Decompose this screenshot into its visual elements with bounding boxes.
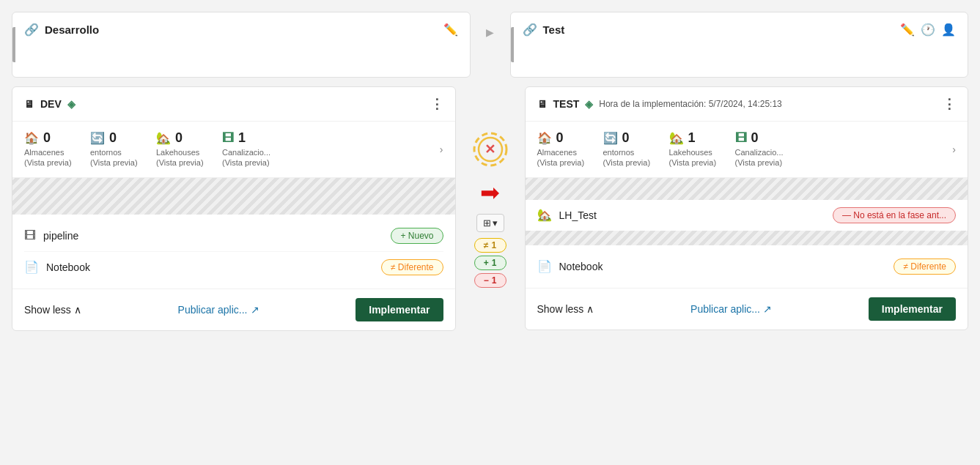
dev-canalizaciones-count: 1 xyxy=(238,130,246,146)
dev-notebook-left: 📄 Notebook xyxy=(24,260,90,274)
almacenes-icon: 🏠 xyxy=(24,131,39,145)
test-publicar-link[interactable]: Publicar aplic... ↗ xyxy=(690,303,772,315)
dev-more-button[interactable]: ⋮ xyxy=(430,96,443,112)
dev-publicar-link[interactable]: Publicar aplic... ↗ xyxy=(178,304,259,316)
monitor-icon-dev: 🖥 xyxy=(24,98,34,110)
test-workspace-card: 🖥 TEST ◈ Hora de la implementación: 5/7/… xyxy=(525,86,969,330)
dev-entornos-count: 0 xyxy=(109,130,117,146)
dev-notebook-name: Notebook xyxy=(46,261,90,273)
test-actions: ✏️ 🕐 👤 xyxy=(900,23,956,37)
test-entornos-count: 0 xyxy=(622,130,630,146)
dev-items-list: 🎞 pipeline + Nuevo 📄 Notebook ≠ Diferent… xyxy=(12,215,455,289)
test-item-notebook: 📄 Notebook ≠ Diferente xyxy=(537,251,957,282)
dev-almacenes-count: 0 xyxy=(43,130,51,146)
dev-lakehouses-count: 0 xyxy=(175,130,183,146)
dev-entornos-label: entornos(Vista previa) xyxy=(90,147,138,168)
lakehouses-icon: 🏡 xyxy=(156,131,171,145)
test-entornos-icon: 🔄 xyxy=(603,131,618,145)
diamond-icon-dev: ◈ xyxy=(67,98,75,110)
test-lakehouses-icon: 🏡 xyxy=(669,131,684,145)
test-entornos-label: entornos(Vista previa) xyxy=(603,147,651,168)
diff-red-arrow-icon: ➡ xyxy=(480,179,500,207)
dev-lakehouses-label: Lakehouses(Vista previa) xyxy=(156,147,204,168)
dev-stat-almacenes: 🏠 0 Almacenes(Vista previa) xyxy=(24,130,90,168)
dev-header: 🖥 DEV ◈ ⋮ xyxy=(12,87,455,122)
diamond-icon-test: ◈ xyxy=(585,98,593,110)
diff-different-count: 1 xyxy=(491,240,496,250)
edit-icon-test[interactable]: ✏️ xyxy=(900,23,915,37)
test-external-link-icon: ↗ xyxy=(763,303,772,315)
link-icon: 🔗 xyxy=(24,23,39,37)
entornos-icon: 🔄 xyxy=(90,131,105,145)
dev-item-pipeline: 🎞 pipeline + Nuevo xyxy=(24,220,443,252)
test-canalizaciones-icon: 🎞 xyxy=(735,132,747,145)
diff-removed-icon: − xyxy=(484,275,489,286)
test-notebook-left: 📄 Notebook xyxy=(537,259,603,273)
pipeline-icon: 🎞 xyxy=(24,229,36,242)
diff-close-icon: ✕ xyxy=(485,141,495,157)
dev-chevron-up-icon: ∧ xyxy=(74,304,81,316)
test-lhtest-left: 🏡 LH_Test xyxy=(537,208,597,222)
dev-publicar-label: Publicar aplic... xyxy=(178,304,248,316)
dev-item-notebook: 📄 Notebook ≠ Diferente xyxy=(24,252,443,283)
diff-added-icon: + xyxy=(484,258,489,268)
dev-stats-row: 🏠 0 Almacenes(Vista previa) 🔄 0 entornos… xyxy=(12,122,455,178)
test-notebook-badge: ≠ Diferente xyxy=(894,258,956,275)
notebook-icon-test: 📄 xyxy=(537,259,552,273)
dev-hatch-area xyxy=(12,178,455,215)
test-stat-almacenes: 🏠 0 Almacenes(Vista previa) xyxy=(537,130,603,168)
history-icon-test[interactable]: 🕐 xyxy=(921,23,935,37)
dev-canalizaciones-label: Canalizacio...(Vista previa) xyxy=(222,147,270,168)
notebook-icon-dev: 📄 xyxy=(24,260,39,274)
lhtest-icon: 🏡 xyxy=(537,208,552,222)
dev-stat-canalizaciones: 🎞 1 Canalizacio...(Vista previa) xyxy=(222,130,288,168)
dev-implementar-button[interactable]: Implementar xyxy=(355,298,443,321)
dev-title-text: DEV xyxy=(40,98,62,110)
test-footer: Show less ∧ Publicar aplic... ↗ Implemen… xyxy=(526,288,968,330)
test-title-text: TEST xyxy=(553,98,580,110)
dev-workspace-card: 🖥 DEV ◈ ⋮ 🏠 0 Almacenes(Vista previa) 🔄 … xyxy=(12,86,456,331)
test-stat-entornos: 🔄 0 entornos(Vista previa) xyxy=(603,130,669,168)
diff-badge-added: + 1 xyxy=(474,256,506,270)
diff-different-icon: ≠ xyxy=(484,240,489,250)
test-label: Test xyxy=(543,23,565,36)
dev-show-less-label: Show less xyxy=(24,304,71,316)
dev-show-less-button[interactable]: Show less ∧ xyxy=(24,304,81,316)
diff-badge-removed: − 1 xyxy=(474,273,506,288)
test-lhtest-badge: — No está en la fase ant... xyxy=(833,207,956,223)
dev-pipeline-badge: + Nuevo xyxy=(391,228,443,244)
deploy-icon-test[interactable]: 👤 xyxy=(941,23,956,37)
dev-stat-entornos: 🔄 0 entornos(Vista previa) xyxy=(90,130,156,168)
edit-icon[interactable]: ✏️ xyxy=(443,23,458,37)
desarrollo-label: Desarrollo xyxy=(45,23,99,36)
test-almacenes-count: 0 xyxy=(556,130,564,146)
link-icon-test: 🔗 xyxy=(523,23,537,37)
diff-spinner-container: ✕ xyxy=(471,130,509,168)
top-arrow-connector: ▶ xyxy=(479,12,501,38)
test-canalizaciones-label: Canalizacio...(Vista previa) xyxy=(735,147,784,168)
monitor-icon-test: 🖥 xyxy=(537,98,548,110)
test-items-list: 📄 Notebook ≠ Diferente xyxy=(526,245,968,288)
test-stats-row: 🏠 0 Almacenes(Vista previa) 🔄 0 entornos… xyxy=(526,122,968,178)
dev-stats-arrow[interactable]: › xyxy=(440,144,443,155)
test-more-button[interactable]: ⋮ xyxy=(943,96,956,112)
test-show-less-button[interactable]: Show less ∧ xyxy=(537,303,594,315)
dev-external-link-icon: ↗ xyxy=(251,304,259,316)
test-meta-text: Hora de la implementación: 5/7/2024, 14:… xyxy=(599,99,782,109)
right-arrow-icon: ▶ xyxy=(486,26,494,38)
diff-badges-container: ≠ 1 + 1 − 1 xyxy=(474,238,506,288)
diff-toggle-icon: ⊞ xyxy=(483,217,491,228)
diff-toggle-button[interactable]: ⊞ ▾ xyxy=(476,214,504,232)
test-lhtest-name: LH_Test xyxy=(559,209,597,221)
diff-added-count: 1 xyxy=(492,258,497,268)
desarrollo-env-card: 🔗 Desarrollo ✏️ xyxy=(12,12,471,78)
diff-chevron-icon: ▾ xyxy=(493,217,498,228)
test-implementar-button[interactable]: Implementar xyxy=(869,297,956,321)
dev-title-area: 🖥 DEV ◈ xyxy=(24,98,75,110)
test-stats-arrow[interactable]: › xyxy=(952,144,956,155)
workspace-row: 🖥 DEV ◈ ⋮ 🏠 0 Almacenes(Vista previa) 🔄 … xyxy=(12,86,968,331)
dev-implementar-label: Implementar xyxy=(369,304,430,316)
diff-badge-different: ≠ 1 xyxy=(474,238,506,253)
dev-almacenes-label: Almacenes(Vista previa) xyxy=(24,147,72,168)
dev-notebook-badge: ≠ Diferente xyxy=(381,259,443,275)
